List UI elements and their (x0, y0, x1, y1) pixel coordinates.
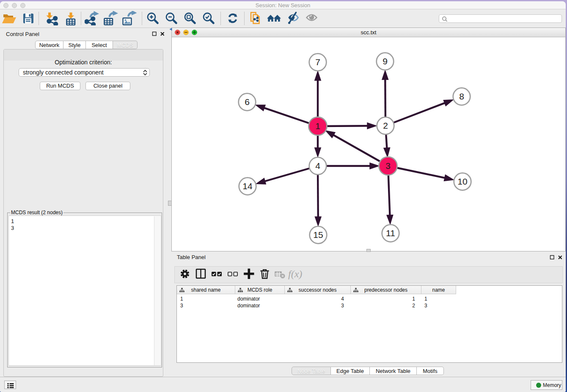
svg-text:7: 7 (315, 57, 320, 67)
svg-text:15: 15 (313, 230, 323, 240)
svg-text:f(x): f(x) (288, 268, 302, 279)
svg-text:3: 3 (385, 161, 391, 171)
svg-text:11: 11 (386, 228, 395, 238)
svg-text:10: 10 (457, 177, 467, 186)
svg-text:4: 4 (315, 161, 320, 171)
svg-text:8: 8 (459, 91, 464, 101)
svg-text:9: 9 (383, 56, 388, 66)
svg-text:6: 6 (245, 97, 250, 107)
svg-text:2: 2 (383, 121, 388, 130)
svg-text:14: 14 (242, 181, 253, 191)
svg-text:1: 1 (315, 121, 320, 131)
